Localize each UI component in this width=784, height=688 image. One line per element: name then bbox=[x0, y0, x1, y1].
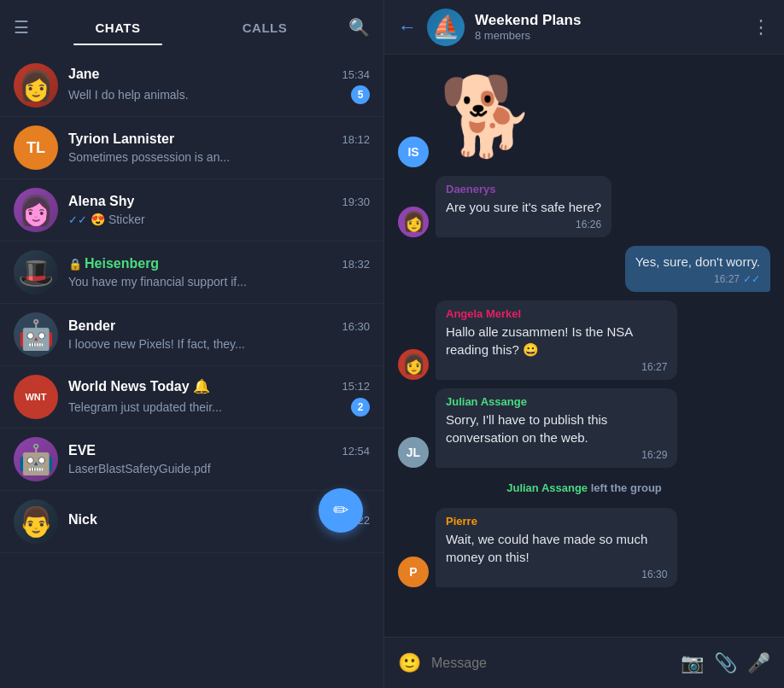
emoji-icon[interactable]: 🙂 bbox=[398, 652, 421, 674]
message-bubble: DaenerysAre you sure it's safe here?16:2… bbox=[436, 176, 611, 237]
chat-time: 18:12 bbox=[342, 133, 370, 146]
tab-bar: CHATS CALLS bbox=[44, 14, 338, 42]
chat-preview-row: I looove new Pixels! If fact, they... bbox=[68, 337, 370, 351]
chat-name: 🔒Heisenberg bbox=[68, 256, 159, 271]
read-ticks: ✓✓ bbox=[68, 213, 87, 226]
left-header: ☰ CHATS CALLS 🔍 bbox=[0, 0, 383, 55]
msg-time: 16:27 bbox=[714, 273, 740, 285]
msg-avatar: P bbox=[398, 557, 429, 587]
chat-info: Alena Shy 19:30 ✓✓😍 Sticker bbox=[68, 194, 370, 226]
microphone-icon[interactable]: 🎤 bbox=[747, 652, 770, 674]
chat-name-row: Alena Shy 19:30 bbox=[68, 194, 370, 209]
tab-calls[interactable]: CALLS bbox=[191, 14, 338, 42]
chat-preview-row: ✓✓😍 Sticker bbox=[68, 213, 370, 226]
msg-sender: Pierre bbox=[446, 515, 667, 528]
message-bubble: Angela MerkelHallo alle zusammen! Is the… bbox=[436, 300, 677, 380]
chat-info: Jane 15:34 Well I do help animals. 5 bbox=[68, 67, 370, 104]
sticker-message: 🐕 bbox=[436, 65, 538, 167]
left-panel: ☰ CHATS CALLS 🔍 Jane 15:34 Well I do hel… bbox=[0, 0, 384, 688]
back-icon[interactable]: ← bbox=[398, 16, 417, 38]
msg-ticks: ✓✓ bbox=[743, 273, 760, 285]
msg-meta: 16:27✓✓ bbox=[635, 273, 760, 285]
group-members: 8 members bbox=[475, 29, 741, 42]
group-name: Weekend Plans bbox=[475, 12, 741, 29]
chat-name-row: Tyrion Lannister 18:12 bbox=[68, 131, 370, 147]
msg-meta: 16:27 bbox=[446, 361, 667, 373]
message-bubble: PierreWait, we could have made so much m… bbox=[436, 508, 677, 587]
msg-text: Sorry, I'll have to publish this convers… bbox=[446, 411, 667, 446]
chat-time: 15:12 bbox=[342, 380, 370, 393]
chat-preview: Telegram just updated their... bbox=[68, 400, 222, 414]
chat-preview-row: LaserBlastSafetyGuide.pdf bbox=[68, 462, 370, 475]
avatar: TL bbox=[14, 125, 58, 170]
chat-time: 12:54 bbox=[342, 445, 370, 458]
msg-avatar: IS bbox=[398, 137, 429, 167]
chat-item-eve[interactable]: EVE 12:54 LaserBlastSafetyGuide.pdf bbox=[0, 429, 383, 491]
msg-time: 16:26 bbox=[576, 219, 601, 230]
chat-info: World News Today 🔔 15:12 Telegram just u… bbox=[68, 378, 370, 417]
unread-badge: 5 bbox=[351, 85, 370, 104]
right-panel: ← ⛵ Weekend Plans 8 members ⋮ IS🐕👩Daener… bbox=[384, 0, 784, 688]
chat-preview: I looove new Pixels! If fact, they... bbox=[68, 337, 245, 351]
message-input[interactable] bbox=[431, 656, 670, 671]
chat-preview-row: You have my financial support if... bbox=[68, 275, 370, 289]
chat-time: 18:32 bbox=[342, 258, 370, 271]
chat-item-jane[interactable]: Jane 15:34 Well I do help animals. 5 bbox=[0, 55, 383, 117]
msg-avatar: JL bbox=[398, 437, 429, 468]
chat-item-bender[interactable]: Bender 16:30 I looove new Pixels! If fac… bbox=[0, 304, 383, 366]
msg-time: 16:29 bbox=[641, 449, 667, 461]
chat-name: Jane bbox=[68, 67, 99, 82]
compose-button[interactable]: ✏ bbox=[319, 488, 363, 533]
message-row-outgoing-msg: Yes, sure, don't worry.16:27✓✓ bbox=[398, 246, 770, 292]
chat-time: 19:30 bbox=[342, 195, 370, 208]
chat-preview: LaserBlastSafetyGuide.pdf bbox=[68, 462, 211, 475]
system-action: left the group bbox=[591, 481, 662, 494]
chat-item-alena[interactable]: Alena Shy 19:30 ✓✓😍 Sticker bbox=[0, 179, 383, 242]
group-info: Weekend Plans 8 members bbox=[475, 12, 741, 42]
avatar bbox=[14, 188, 58, 232]
chat-item-tyrion[interactable]: TL Tyrion Lannister 18:12 Sometimes poss… bbox=[0, 117, 383, 179]
msg-sender: Daenerys bbox=[446, 183, 601, 195]
more-options-icon[interactable]: ⋮ bbox=[752, 16, 770, 38]
chat-time: 16:30 bbox=[342, 320, 370, 333]
avatar bbox=[14, 312, 58, 357]
hamburger-icon[interactable]: ☰ bbox=[14, 17, 34, 38]
avatar bbox=[14, 437, 58, 481]
msg-text: Hallo alle zusammen! Is the NSA reading … bbox=[446, 323, 667, 359]
chat-name: Tyrion Lannister bbox=[68, 131, 174, 147]
message-row-pierre-msg: PPierreWait, we could have made so much … bbox=[398, 508, 770, 587]
message-row-sticker: IS🐕 bbox=[398, 65, 770, 167]
msg-time: 16:30 bbox=[641, 568, 667, 580]
chat-name-row: EVE 12:54 bbox=[68, 443, 370, 458]
chat-item-heisenberg[interactable]: 🔒Heisenberg 18:32 You have my financial … bbox=[0, 242, 383, 304]
input-bar: 🙂 📷 📎 🎤 bbox=[384, 637, 784, 688]
group-avatar: ⛵ bbox=[427, 9, 465, 46]
chat-name-row: 🔒Heisenberg 18:32 bbox=[68, 256, 370, 271]
message-bubble: Julian AssangeSorry, I'll have to publis… bbox=[436, 388, 677, 468]
chat-info: 🔒Heisenberg 18:32 You have my financial … bbox=[68, 256, 370, 289]
msg-meta: 16:29 bbox=[446, 449, 667, 461]
chat-list: Jane 15:34 Well I do help animals. 5 TL … bbox=[0, 55, 383, 553]
chat-name: Nick bbox=[68, 512, 97, 528]
chat-preview: Well I do help animals. bbox=[68, 88, 189, 102]
msg-meta: 16:30 bbox=[446, 568, 667, 580]
msg-text: Yes, sure, don't worry. bbox=[635, 253, 760, 271]
msg-text: Wait, we could have made so much money o… bbox=[446, 530, 667, 566]
chat-name: Bender bbox=[68, 318, 115, 334]
msg-text: Are you sure it's safe here? bbox=[446, 198, 601, 216]
chat-name: EVE bbox=[68, 443, 96, 458]
msg-time: 16:27 bbox=[641, 361, 667, 373]
chat-preview: Sometimes possession is an... bbox=[68, 150, 230, 164]
chat-name: World News Today 🔔 bbox=[68, 378, 210, 394]
message-row-julian-msg: JLJulian AssangeSorry, I'll have to publ… bbox=[398, 388, 770, 468]
chat-preview-row: Telegram just updated their... 2 bbox=[68, 398, 370, 417]
message-row-angela-msg: 👩Angela MerkelHallo alle zusammen! Is th… bbox=[398, 300, 770, 380]
avatar bbox=[14, 250, 58, 294]
attach-icon[interactable]: 📎 bbox=[714, 652, 737, 674]
search-icon[interactable]: 🔍 bbox=[348, 17, 370, 38]
camera-icon[interactable]: 📷 bbox=[681, 652, 704, 674]
unread-badge: 2 bbox=[351, 398, 370, 417]
avatar: WNT bbox=[14, 375, 58, 419]
chat-item-wnt[interactable]: WNT World News Today 🔔 15:12 Telegram ju… bbox=[0, 366, 383, 429]
tab-chats[interactable]: CHATS bbox=[44, 14, 191, 42]
